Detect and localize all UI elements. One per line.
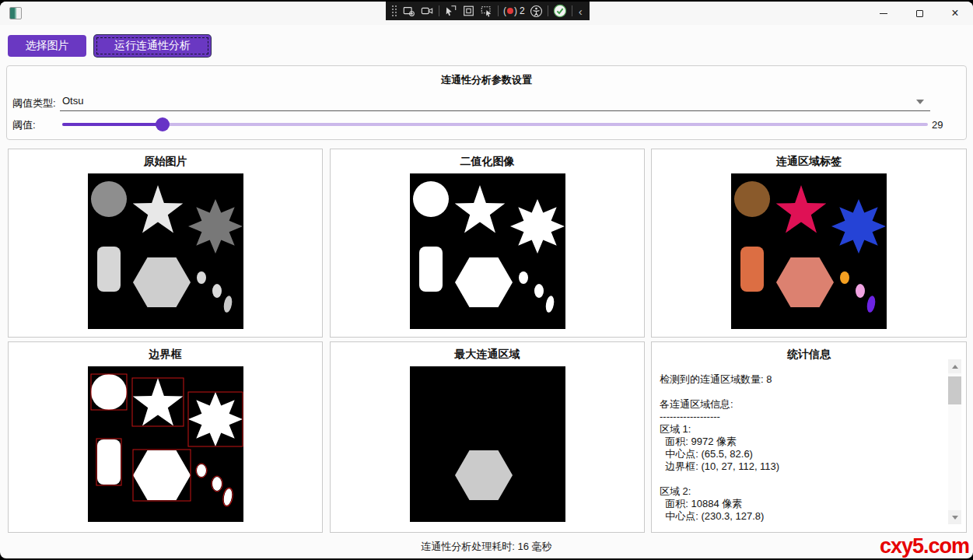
threshold-value: 29 (932, 119, 943, 131)
accessibility-icon[interactable] (530, 5, 543, 18)
cursor-select-icon[interactable] (444, 5, 457, 17)
rounded-rect-shape (419, 247, 443, 292)
record-indicator[interactable]: ()2 (503, 5, 525, 16)
toolbar-drag-handle-icon[interactable] (391, 5, 397, 17)
ellipse2-shape (212, 477, 222, 491)
ellipse1-shape (519, 271, 528, 284)
panel-title: 统计信息 (652, 348, 966, 362)
ellipse3-shape (222, 488, 233, 506)
panel-title: 二值化图像 (331, 155, 644, 169)
scroll-down-button[interactable] (948, 510, 961, 524)
threshold-type-value: Otsu (62, 95, 83, 107)
ellipse3-shape (544, 295, 555, 313)
ellipse1-shape (840, 271, 849, 284)
screen-capture-toolbar: ()2 ‹ (386, 2, 590, 20)
bbox-image-canvas (88, 366, 243, 522)
panel-title: 原始图片 (9, 155, 322, 169)
camera-icon[interactable] (420, 5, 434, 17)
panel-title: 最大连通区域 (331, 348, 644, 362)
circle-shape (413, 181, 449, 217)
record-dot-icon (507, 8, 513, 14)
run-analysis-button[interactable]: 运行连通性分析 (94, 35, 211, 57)
shapes-image (88, 173, 243, 329)
stats-scrollbar[interactable] (948, 359, 961, 524)
app-window: ()2 ‹ × 选择图片 运行连通性分析 连通性分析参数设置 阈值类型: (0, 2, 973, 558)
toolbar-divider (572, 5, 572, 16)
shapes-image (410, 366, 565, 522)
shapes-image (410, 173, 565, 329)
status-processing-time: 连通性分析处理耗时: 16 毫秒 (0, 540, 973, 554)
minimize-button[interactable] (866, 2, 901, 25)
hexagon-shape (133, 450, 191, 500)
circle-shape (91, 374, 127, 410)
close-button[interactable]: × (937, 2, 973, 25)
scroll-up-icon (952, 365, 958, 369)
star5-shape (132, 185, 183, 233)
toolbar-divider (548, 5, 548, 16)
params-group-title: 连通性分析参数设置 (7, 73, 966, 87)
circle-shape (734, 181, 770, 217)
threshold-type-label: 阈值类型: (12, 96, 56, 110)
toolbar-divider (498, 5, 499, 16)
select-image-button[interactable]: 选择图片 (8, 35, 86, 57)
ellipse2-shape (856, 284, 865, 298)
panel-statistics: 统计信息 检测到的连通区域数量: 8 各连通区域信息: ------------… (651, 341, 967, 533)
ellipse2-shape (534, 284, 544, 298)
star8-shape (510, 199, 565, 254)
rounded-rect-shape (97, 247, 121, 292)
hexagon-shape (776, 257, 834, 307)
app-icon (9, 7, 22, 19)
panel-binary-image: 二值化图像 (330, 149, 645, 338)
ellipse2-shape (212, 284, 222, 298)
ellipse3-shape (222, 295, 233, 313)
maximize-icon (916, 10, 923, 17)
minimize-icon (880, 13, 887, 14)
scroll-up-button[interactable] (948, 359, 961, 373)
circle-shape (91, 181, 127, 217)
hexagon-shape (455, 450, 513, 500)
window-controls: × (866, 2, 973, 25)
star5-shape (132, 378, 183, 426)
rounded-rect-shape (740, 247, 764, 292)
scrollbar-thumb[interactable] (948, 376, 961, 404)
collapse-toolbar-icon[interactable]: ‹ (577, 5, 584, 17)
dropdown-arrow-icon (916, 100, 924, 104)
labels-image-canvas (731, 173, 887, 329)
star8-shape (188, 392, 243, 446)
status-check-icon[interactable] (553, 4, 567, 18)
close-icon: × (951, 7, 958, 19)
stats-text[interactable]: 检测到的连通区域数量: 8 各连通区域信息: -----------------… (660, 373, 944, 526)
region-select-icon[interactable] (462, 5, 475, 17)
star8-shape (188, 199, 243, 254)
paren-left: ( (503, 5, 506, 16)
threshold-slider[interactable] (62, 117, 928, 131)
slider-thumb[interactable] (156, 117, 170, 131)
shapes-image (731, 173, 887, 329)
window-select-icon[interactable] (480, 5, 493, 17)
capture-settings-icon[interactable] (402, 5, 415, 17)
toolbar-divider (439, 5, 439, 16)
threshold-type-select[interactable]: Otsu (60, 92, 930, 111)
panel-title: 边界框 (9, 348, 322, 362)
paren-right: ) (514, 5, 517, 16)
slider-track[interactable] (62, 123, 928, 126)
shapes-image (88, 366, 243, 522)
slider-fill (62, 123, 163, 126)
star5-shape (776, 185, 827, 233)
threshold-label: 阈值: (12, 118, 36, 132)
largest-region-canvas (410, 366, 565, 522)
panel-original-image: 原始图片 (8, 149, 323, 338)
binary-image-canvas (410, 173, 565, 329)
maximize-button[interactable] (901, 2, 937, 25)
rounded-rect-shape (97, 439, 121, 485)
panel-bounding-boxes: 边界框 (8, 341, 323, 533)
panel-largest-region: 最大连通区域 (330, 341, 645, 533)
ellipse3-shape (866, 295, 877, 313)
title-bar: ()2 ‹ × (0, 2, 973, 25)
star5-shape (454, 185, 505, 233)
ellipse1-shape (197, 464, 206, 477)
original-image-canvas (88, 173, 243, 329)
star8-shape (831, 199, 886, 254)
watermark: cxy5.com (880, 534, 969, 558)
panel-title: 连通区域标签 (652, 155, 966, 169)
